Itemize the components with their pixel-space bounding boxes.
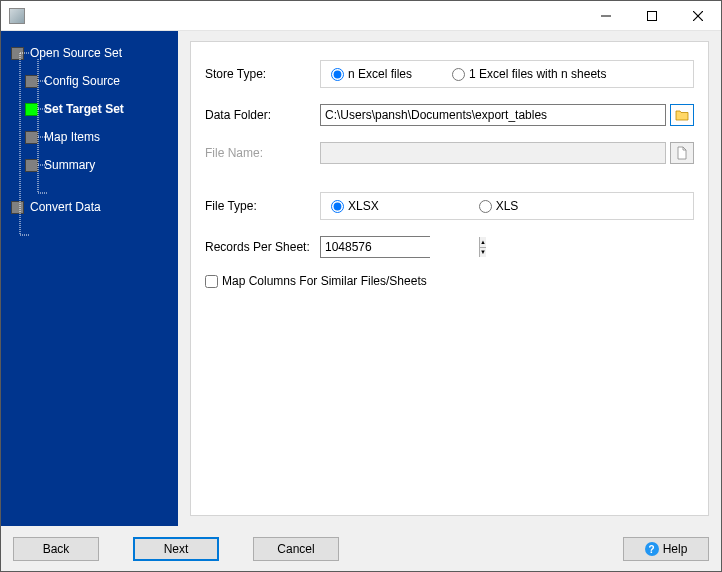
help-button[interactable]: ? Help [623, 537, 709, 561]
form-panel: Store Type: n Excel files 1 Excel files … [190, 41, 709, 516]
spinner-up-button[interactable]: ▲ [480, 237, 486, 248]
button-label: Next [164, 542, 189, 556]
sidebar-item-label: Convert Data [30, 200, 101, 214]
file-type-label: File Type: [205, 199, 320, 213]
sidebar-item-open-source-set[interactable]: Open Source Set [1, 39, 178, 67]
button-label: Help [663, 542, 688, 556]
data-folder-input[interactable] [320, 104, 666, 126]
browse-folder-button[interactable] [670, 104, 694, 126]
file-name-input [320, 142, 666, 164]
radio-1-excel-n-sheets[interactable]: 1 Excel files with n sheets [452, 67, 606, 81]
radio-input[interactable] [331, 68, 344, 81]
sidebar-item-summary[interactable]: Summary [1, 151, 178, 179]
next-button[interactable]: Next [133, 537, 219, 561]
step-icon [25, 159, 38, 172]
sidebar-item-label: Config Source [44, 74, 120, 88]
button-label: Back [43, 542, 70, 556]
step-icon [11, 201, 24, 214]
app-icon [9, 8, 25, 24]
titlebar [1, 1, 721, 31]
svg-rect-1 [648, 11, 657, 20]
step-icon [25, 75, 38, 88]
browse-file-button [670, 142, 694, 164]
radio-input[interactable] [331, 200, 344, 213]
radio-label: XLSX [348, 199, 379, 213]
close-button[interactable] [675, 1, 721, 31]
sidebar-item-label: Open Source Set [30, 46, 122, 60]
map-columns-checkbox-row[interactable]: Map Columns For Similar Files/Sheets [205, 274, 694, 288]
cancel-button[interactable]: Cancel [253, 537, 339, 561]
step-icon [25, 131, 38, 144]
store-type-group: n Excel files 1 Excel files with n sheet… [320, 60, 694, 88]
sidebar-item-convert-data[interactable]: Convert Data [1, 193, 178, 221]
sidebar-item-config-source[interactable]: Config Source [1, 67, 178, 95]
map-columns-checkbox[interactable] [205, 275, 218, 288]
back-button[interactable]: Back [13, 537, 99, 561]
sidebar-item-map-items[interactable]: Map Items [1, 123, 178, 151]
radio-input[interactable] [452, 68, 465, 81]
radio-n-excel-files[interactable]: n Excel files [331, 67, 412, 81]
radio-label: XLS [496, 199, 519, 213]
records-per-sheet-input[interactable] [321, 237, 479, 257]
radio-xls[interactable]: XLS [479, 199, 519, 213]
folder-icon [675, 109, 689, 121]
radio-xlsx[interactable]: XLSX [331, 199, 379, 213]
store-type-label: Store Type: [205, 67, 320, 81]
wizard-sidebar: Open Source Set Config Source Set Target… [1, 31, 178, 526]
minimize-button[interactable] [583, 1, 629, 31]
records-per-sheet-spinner[interactable]: ▲ ▼ [320, 236, 430, 258]
radio-label: n Excel files [348, 67, 412, 81]
main-panel: Store Type: n Excel files 1 Excel files … [178, 31, 721, 526]
file-type-group: XLSX XLS [320, 192, 694, 220]
footer: Back Next Cancel ? Help [1, 526, 721, 572]
radio-label: 1 Excel files with n sheets [469, 67, 606, 81]
step-icon [11, 47, 24, 60]
sidebar-item-label: Map Items [44, 130, 100, 144]
sidebar-item-set-target-set[interactable]: Set Target Set [1, 95, 178, 123]
file-icon [676, 146, 688, 160]
records-per-sheet-label: Records Per Sheet: [205, 240, 320, 254]
radio-input[interactable] [479, 200, 492, 213]
spinner-down-button[interactable]: ▼ [480, 248, 486, 258]
button-label: Cancel [277, 542, 314, 556]
map-columns-label: Map Columns For Similar Files/Sheets [222, 274, 427, 288]
file-name-label: File Name: [205, 146, 320, 160]
sidebar-item-label: Set Target Set [44, 102, 124, 116]
sidebar-item-label: Summary [44, 158, 95, 172]
help-icon: ? [645, 542, 659, 556]
maximize-button[interactable] [629, 1, 675, 31]
data-folder-label: Data Folder: [205, 108, 320, 122]
step-icon [25, 103, 38, 116]
